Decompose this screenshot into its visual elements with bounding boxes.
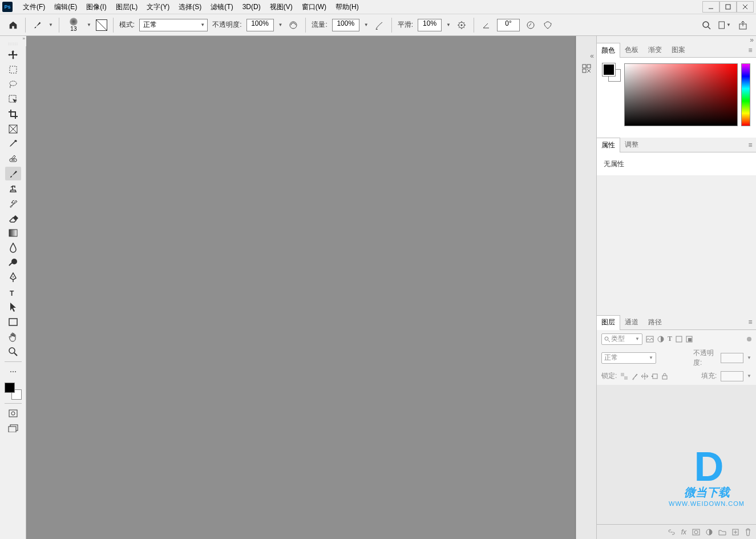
menu-view[interactable]: 视图(V) <box>265 1 297 14</box>
menu-layer[interactable]: 图层(L) <box>111 1 143 14</box>
layer-fill-input[interactable] <box>721 371 743 381</box>
collapsed-panel-icon[interactable] <box>580 62 593 75</box>
filter-smart-icon[interactable] <box>686 336 693 343</box>
flow-input[interactable]: 100% <box>332 19 359 31</box>
tab-color[interactable]: 颜色 <box>597 43 620 57</box>
foreground-color[interactable] <box>603 63 615 76</box>
brush-tool-indicator-icon[interactable] <box>31 19 44 31</box>
opacity-input[interactable]: 100% <box>246 19 274 31</box>
foreground-color[interactable] <box>5 383 15 393</box>
screen-mode-icon[interactable] <box>5 421 21 435</box>
filter-adjust-icon[interactable] <box>657 336 664 343</box>
history-brush-tool[interactable] <box>5 196 21 210</box>
window-maximize-button[interactable] <box>719 1 737 13</box>
panel-menu-icon[interactable]: ≡ <box>745 43 756 57</box>
panel-collapse-icon[interactable]: » <box>750 36 754 43</box>
canvas-area[interactable] <box>26 36 576 539</box>
menu-edit[interactable]: 编辑(E) <box>50 1 82 14</box>
filter-shape-icon[interactable] <box>676 336 682 343</box>
lasso-tool[interactable] <box>5 78 21 91</box>
hand-tool[interactable] <box>5 330 21 344</box>
menu-file[interactable]: 文件(F) <box>18 1 50 14</box>
delete-layer-icon[interactable] <box>745 528 751 536</box>
chevron-down-icon[interactable]: ▼ <box>446 22 451 27</box>
home-button[interactable] <box>7 19 19 31</box>
menu-select[interactable]: 选择(S) <box>174 1 206 14</box>
tab-adjustments[interactable]: 调整 <box>620 138 644 152</box>
lock-all-icon[interactable] <box>662 373 668 380</box>
marquee-tool[interactable] <box>5 63 21 77</box>
share-icon[interactable] <box>737 19 749 31</box>
menu-window[interactable]: 窗口(W) <box>297 1 331 14</box>
brush-tool[interactable] <box>5 167 21 180</box>
layer-filter-type[interactable]: 类型▼ <box>601 333 642 345</box>
chevron-down-icon[interactable]: ▼ <box>278 22 283 27</box>
pressure-opacity-icon[interactable] <box>287 19 300 31</box>
menu-3d[interactable]: 3D(D) <box>238 1 265 13</box>
color-panel-swatches[interactable] <box>603 63 621 82</box>
window-close-button[interactable] <box>737 1 754 13</box>
menu-image[interactable]: 图像(I) <box>82 1 111 14</box>
healing-brush-tool[interactable] <box>5 152 21 166</box>
lock-transparency-icon[interactable] <box>621 373 628 380</box>
layer-opacity-input[interactable] <box>721 353 743 363</box>
blur-tool[interactable] <box>5 241 21 255</box>
dodge-tool[interactable] <box>5 256 21 270</box>
brush-panel-toggle-icon[interactable] <box>96 19 107 31</box>
chevron-down-icon[interactable]: ▼ <box>87 22 91 27</box>
hue-slider[interactable] <box>741 63 750 126</box>
type-tool[interactable]: T <box>5 285 21 299</box>
airbrush-icon[interactable] <box>373 19 386 31</box>
filter-toggle-icon[interactable] <box>747 337 751 341</box>
menu-filter[interactable]: 滤镜(T) <box>206 1 237 14</box>
pressure-size-icon[interactable] <box>524 19 537 31</box>
layer-style-icon[interactable]: fx <box>681 528 686 536</box>
blend-mode-select[interactable]: 正常▼ <box>139 19 208 31</box>
toolbox-expand-icon[interactable]: » <box>0 36 26 42</box>
tab-paths[interactable]: 路径 <box>644 315 667 329</box>
quick-select-tool[interactable] <box>5 92 21 106</box>
panel-menu-icon[interactable]: ≡ <box>745 138 756 152</box>
collapse-chevron-icon[interactable]: « <box>590 52 594 59</box>
tab-patterns[interactable]: 图案 <box>667 43 690 57</box>
tab-channels[interactable]: 通道 <box>620 315 644 329</box>
zoom-tool[interactable] <box>5 345 21 359</box>
color-swatches[interactable] <box>5 383 22 400</box>
symmetry-icon[interactable] <box>541 19 554 31</box>
tab-layers[interactable]: 图层 <box>597 315 620 329</box>
link-layers-icon[interactable] <box>668 529 676 535</box>
workspace-switcher[interactable]: ▼ <box>718 19 731 31</box>
menu-help[interactable]: 帮助(H) <box>331 1 363 14</box>
lock-position-icon[interactable] <box>641 373 648 380</box>
filter-type-icon[interactable]: T <box>668 335 672 343</box>
panel-menu-icon[interactable]: ≡ <box>745 315 756 329</box>
clone-stamp-tool[interactable] <box>5 182 21 195</box>
path-select-tool[interactable] <box>5 300 21 314</box>
pen-tool[interactable] <box>5 271 21 284</box>
edit-toolbar-icon[interactable]: ⋯ <box>5 365 21 379</box>
smooth-input[interactable]: 10% <box>418 19 442 31</box>
gradient-tool[interactable] <box>5 226 21 240</box>
move-tool[interactable] <box>5 48 21 62</box>
new-group-icon[interactable] <box>718 529 726 536</box>
window-minimize-button[interactable] <box>702 1 719 13</box>
frame-tool[interactable] <box>5 122 21 136</box>
tab-properties[interactable]: 属性 <box>597 138 620 152</box>
quick-mask-icon[interactable] <box>5 407 21 420</box>
color-field-picker[interactable] <box>624 63 738 126</box>
chevron-down-icon[interactable]: ▼ <box>48 22 53 27</box>
lock-pixels-icon[interactable] <box>631 372 638 380</box>
adjustment-layer-icon[interactable] <box>706 529 713 536</box>
rectangle-tool[interactable] <box>5 315 21 329</box>
chevron-down-icon[interactable]: ▼ <box>364 22 369 27</box>
eraser-tool[interactable] <box>5 211 21 225</box>
lock-artboard-icon[interactable] <box>652 373 658 380</box>
menu-type[interactable]: 文字(Y) <box>142 1 174 14</box>
search-icon[interactable] <box>700 19 713 31</box>
tab-swatches[interactable]: 色板 <box>620 43 644 57</box>
layer-mask-icon[interactable] <box>692 529 700 536</box>
new-layer-icon[interactable] <box>732 529 739 536</box>
angle-input[interactable]: 0° <box>497 19 520 31</box>
tab-gradients[interactable]: 渐变 <box>644 43 667 57</box>
brush-preset-picker[interactable]: 13 <box>65 18 82 32</box>
